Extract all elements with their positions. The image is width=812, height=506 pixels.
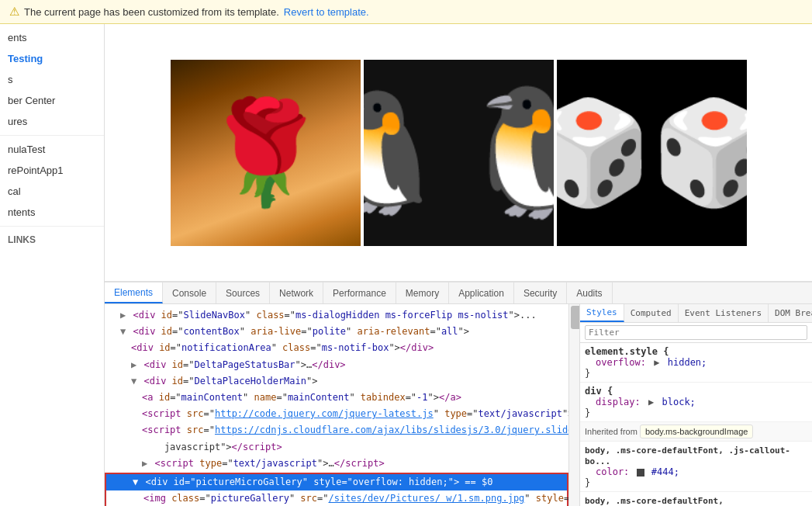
selected-element-container: ▼ <div id="pictureMicroGallery" style="o…: [105, 473, 568, 506]
html-line: ▶ <script type="text/javascript">…</scri…: [105, 456, 568, 472]
expand-arrow[interactable]: ▶: [131, 359, 136, 370]
tab-console[interactable]: Console: [163, 282, 216, 303]
style-property: display: ▶ block;: [585, 397, 807, 407]
tab-elements[interactable]: Elements: [105, 282, 163, 303]
tab-security[interactable]: Security: [514, 282, 567, 303]
sidebar-item-repointapp1[interactable]: rePointApp1: [0, 160, 104, 181]
styles-tab-dom-breakpoints[interactable]: DOM Breakp...: [769, 304, 812, 322]
sidebar-item-s[interactable]: s: [0, 69, 104, 90]
html-line: ▼ <div id="DeltaPlaceHolderMain">: [105, 373, 568, 390]
sidebar-item-cal[interactable]: cal: [0, 181, 104, 202]
styles-filter-container: [580, 323, 812, 343]
style-rule-div: div { display: ▶ block; }: [580, 383, 812, 422]
inherited-label: Inherited from body.ms-backgroundImage: [580, 422, 812, 442]
dice-emoji: 🎲: [651, 94, 747, 212]
main-body: ents Testing s ber Center ures nulaTest …: [0, 24, 812, 506]
penguin-emoji: 🐧: [454, 80, 554, 226]
html-line: <script src="https://cdnjs.cloudflare.co…: [105, 422, 568, 438]
styles-panel: Styles Computed Event Listeners DOM Brea…: [579, 304, 812, 506]
html-line: <div id="notificationArea" class="ms-not…: [105, 340, 568, 356]
notification-bar: ⚠ The current page has been customized f…: [0, 0, 812, 24]
page-content: 🌹 🐧 🎲 Elements Console Sources Network P…: [105, 24, 812, 506]
warning-icon: ⚠: [9, 5, 19, 19]
expand-arrow[interactable]: ▶: [120, 310, 126, 321]
style-rule-body: body, .ms-core-defaultFont, .js-callout-…: [580, 442, 812, 492]
sidebar-links-header: LINKS: [0, 230, 104, 250]
html-line: <script src="http://code.jquery.com/jque…: [105, 406, 568, 422]
style-selector: div {: [585, 386, 807, 397]
rose-emoji: 🌹: [202, 94, 328, 212]
sidebar-item-testing[interactable]: Testing: [0, 48, 104, 69]
devtools-panel: Elements Console Sources Network Perform…: [105, 281, 812, 506]
html-panel-scrollbar[interactable]: [568, 304, 579, 506]
sidebar-divider-2: [0, 226, 104, 227]
style-close: }: [585, 407, 807, 418]
style-selector: element.style {: [585, 346, 807, 357]
sidebar-item-ents[interactable]: ents: [0, 27, 104, 48]
inherited-from-badge: body.ms-backgroundImage: [640, 425, 753, 438]
html-line: ▶ <div id="SlideNavBox" class="ms-dialog…: [105, 307, 568, 324]
sidebar: ents Testing s ber Center ures nulaTest …: [0, 24, 105, 506]
tab-performance[interactable]: Performance: [323, 282, 396, 303]
color-swatch: [637, 469, 644, 477]
style-property: overflow: ▶ hidden;: [585, 357, 807, 368]
gallery-area: 🌹 🐧 🎲: [105, 24, 812, 281]
style-rule-body2: body, .ms-core-defaultFont, #pageStatusB…: [580, 492, 812, 506]
expand-arrow[interactable]: ▼: [120, 326, 126, 337]
devtools-tabs: Elements Console Sources Network Perform…: [105, 282, 812, 304]
html-line: <a id="mainContent" name="mainContent" t…: [105, 390, 568, 406]
gallery-image-dice: 🎲: [557, 60, 747, 246]
styles-filter-input[interactable]: [585, 325, 807, 340]
devtools-content: ▶ <div id="SlideNavBox" class="ms-dialog…: [105, 304, 812, 506]
sidebar-item-ures[interactable]: ures: [0, 111, 104, 132]
styles-tabs: Styles Computed Event Listeners DOM Brea…: [580, 304, 812, 323]
html-line: ▶ <div id="DeltaPageStatusBar">…</div>: [105, 357, 568, 373]
html-line-selected[interactable]: ▼ <div id="pictureMicroGallery" style="o…: [106, 474, 567, 490]
style-close: }: [585, 477, 807, 488]
html-tree-panel[interactable]: ▶ <div id="SlideNavBox" class="ms-dialog…: [105, 304, 568, 506]
sidebar-item-ntents[interactable]: ntents: [0, 202, 104, 223]
expand-arrow[interactable]: ▼: [131, 376, 136, 386]
app-container: ⚠ The current page has been customized f…: [0, 0, 812, 506]
styles-tab-styles[interactable]: Styles: [580, 304, 624, 322]
style-close: }: [585, 368, 807, 379]
revert-template-link[interactable]: Revert to template.: [284, 6, 369, 18]
tab-memory[interactable]: Memory: [396, 282, 449, 303]
sidebar-item-ber-center[interactable]: ber Center: [0, 90, 104, 111]
style-selector: body, .ms-core-defaultFont, #pageStatusB…: [585, 495, 807, 506]
tab-application[interactable]: Application: [449, 282, 514, 303]
expand-arrow[interactable]: ▶: [142, 458, 147, 469]
html-line: <img class="pictureGallery" src="/sites/…: [106, 490, 567, 506]
gallery-image-penguin: 🐧: [364, 60, 554, 246]
styles-tab-event-listeners[interactable]: Event Listeners: [679, 304, 769, 322]
style-property: color: #444;: [585, 466, 807, 477]
expand-arrow[interactable]: ▼: [133, 477, 138, 487]
html-line: javascript"></script>: [105, 439, 568, 456]
styles-tab-computed[interactable]: Computed: [624, 304, 679, 322]
style-rule-element: element.style { overflow: ▶ hidden; }: [580, 343, 812, 383]
notification-message: The current page has been customized fro…: [24, 6, 279, 18]
style-selector: body, .ms-core-defaultFont, .js-callout-…: [585, 445, 807, 466]
tab-audits[interactable]: Audits: [567, 282, 612, 303]
sidebar-divider: [0, 135, 104, 136]
tab-network[interactable]: Network: [270, 282, 323, 303]
html-line: ▼ <div id="contentBox" aria-live="polite…: [105, 324, 568, 340]
tab-sources[interactable]: Sources: [216, 282, 270, 303]
sidebar-item-nulatest[interactable]: nulaTest: [0, 139, 104, 160]
gallery-image-rose: 🌹: [171, 60, 361, 246]
